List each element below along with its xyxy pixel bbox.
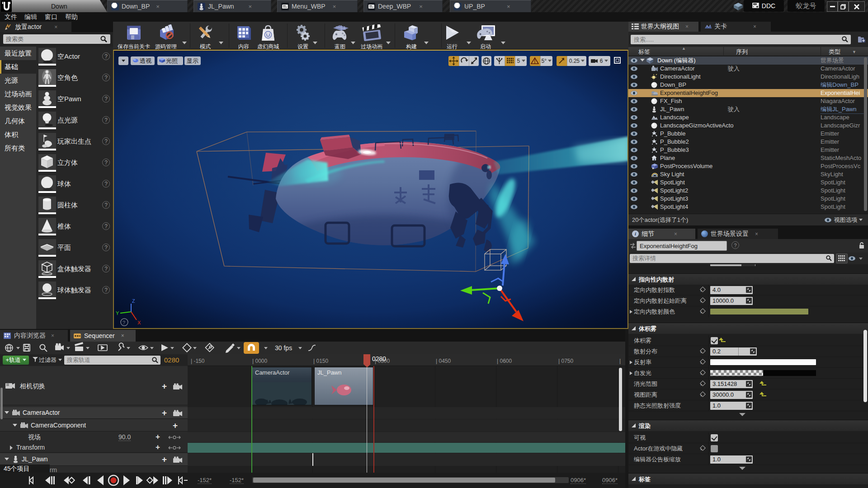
svg-text:X: X — [137, 320, 141, 325]
svg-text:?: ? — [123, 320, 125, 325]
svg-text:Y: Y — [116, 310, 119, 316]
svg-text:Z: Z — [132, 298, 135, 304]
svg-text:30 fps: 30 fps — [275, 344, 292, 352]
